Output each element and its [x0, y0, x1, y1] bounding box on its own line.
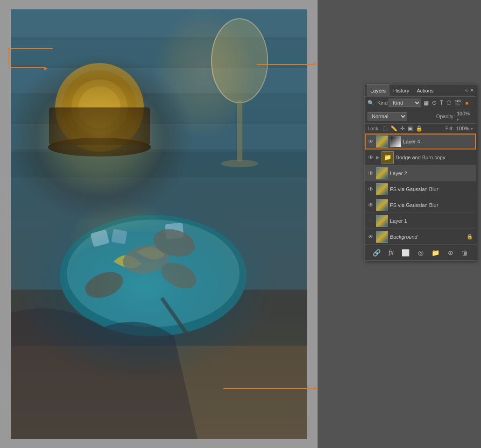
layer-visibility-fs2[interactable]: 👁 — [368, 202, 374, 208]
lock-all-icon[interactable]: 🔒 — [416, 125, 423, 132]
layer-name-layer2: Layer 2 — [390, 171, 473, 176]
svg-rect-20 — [111, 229, 127, 244]
pixel-filter-icon[interactable]: ▦ — [423, 99, 430, 107]
type-filter-icon[interactable]: T — [439, 99, 444, 107]
layer-item-background[interactable]: 👁 Background 🔒 — [365, 229, 476, 245]
arrow-horizontal-2 — [8, 67, 46, 68]
layer-thumb-fs1 — [376, 183, 388, 195]
layer-visibility-layer4[interactable]: 👁 — [368, 138, 374, 145]
canvas-area — [0, 0, 318, 448]
arrow-head-4 — [314, 386, 317, 390]
blend-mode-select[interactable]: Normal — [368, 112, 407, 121]
fill-label: Fill: — [446, 126, 453, 131]
lock-paint-icon[interactable]: ✏️ — [390, 125, 397, 132]
layer-name-layer1: Layer 1 — [390, 218, 473, 224]
adjustment-button[interactable]: ◎ — [417, 248, 425, 257]
tab-history[interactable]: History — [389, 85, 413, 97]
svg-rect-15 — [237, 100, 242, 161]
arrow-vertical-1 — [8, 48, 9, 64]
layer-item-layer2[interactable]: 👁 Layer 2 — [365, 165, 476, 181]
svg-rect-6 — [11, 152, 307, 178]
layer-thumb-bg — [376, 231, 388, 243]
close-panel-button[interactable]: ✕ — [470, 87, 474, 93]
search-icon: 🔍 — [368, 100, 374, 106]
arrow-horizontal-3 — [257, 64, 315, 65]
fill-value: 100% ▾ — [456, 126, 473, 131]
add-mask-button[interactable]: ⬜ — [400, 248, 411, 257]
layer-name-fs1: FS via Gaussian Blur — [390, 186, 473, 192]
panel-header: Layers History Actions « ✕ — [365, 85, 476, 97]
kind-dropdown: Kind Kind — [377, 99, 421, 107]
tab-layers[interactable]: Layers — [367, 85, 389, 97]
svg-rect-13 — [49, 107, 150, 145]
layer-visibility-fs1[interactable]: 👁 — [368, 186, 374, 192]
lock-row: Lock: ⬚ ✏️ ✛ ▣ 🔒 Fill: 100% ▾ — [365, 124, 476, 134]
lock-position-icon[interactable]: ✛ — [400, 125, 405, 132]
layer-item-fs-gaussian-1[interactable]: 👁 FS via Gaussian Blur — [365, 181, 476, 197]
panel-bottom-toolbar: 🔗 fx ⬜ ◎ 📁 ⊕ 🗑 — [365, 245, 476, 260]
layer-mask-layer4 — [390, 136, 401, 147]
group-layers-button[interactable]: 📁 — [430, 248, 441, 257]
lock-transparent-icon[interactable]: ⬚ — [382, 125, 388, 132]
layer-thumb-dodge-burn: 📁 — [382, 151, 394, 164]
svg-point-16 — [221, 160, 258, 167]
layer-item-layer1[interactable]: 👁 Layer 1 — [365, 213, 476, 229]
arrow-head-2 — [44, 67, 48, 71]
opacity-label: Opacity: — [436, 114, 455, 119]
layer-item-layer4[interactable]: 👁 Layer 4 — [365, 134, 476, 149]
lock-artboard-icon[interactable]: ▣ — [408, 125, 413, 132]
layer-visibility-layer1[interactable]: 👁 — [368, 218, 374, 224]
arrow-horizontal-4 — [223, 388, 316, 389]
layer-thumb-layer1 — [376, 215, 388, 227]
adjustment-filter-icon[interactable]: ⊙ — [431, 99, 438, 107]
arrow-horizontal-1 — [8, 48, 53, 49]
kind-filter-row: 🔍 Kind Kind ▦ ⊙ T ⬡ 🎬 ● — [365, 97, 476, 109]
link-layers-button[interactable]: 🔗 — [371, 248, 382, 257]
layer-item-fs-gaussian-2[interactable]: 👁 FS via Gaussian Blur — [365, 197, 476, 213]
layer-visibility-dodge-burn[interactable]: 👁 — [368, 154, 374, 161]
layer-visibility-layer2[interactable]: 👁 — [368, 170, 374, 177]
opacity-value: 100% ▾ — [457, 111, 473, 122]
folder-arrow-dodge-burn[interactable]: ▶ — [376, 155, 380, 160]
layer-name-fs2: FS via Gaussian Blur — [390, 202, 473, 208]
kind-label: Kind — [377, 100, 388, 106]
smart-filter-icon[interactable]: 🎬 — [453, 99, 462, 107]
layers-list: 👁 Layer 4 👁 ▶ 📁 Dodge and Burn copy 👁 La… — [365, 134, 476, 245]
fill-chevron[interactable]: ▾ — [471, 127, 473, 131]
panel-header-icons: « ✕ — [465, 87, 474, 93]
blend-opacity-row: Normal Opacity: 100% ▾ — [365, 109, 476, 124]
layers-panel: Layers History Actions « ✕ 🔍 Kind Kind ▦… — [364, 84, 476, 261]
opacity-chevron[interactable]: ▾ — [457, 117, 459, 122]
layer-thumb-layer2 — [376, 167, 388, 179]
collapse-panel-button[interactable]: « — [465, 87, 468, 93]
layer-name-dodge-burn: Dodge and Burn copy — [396, 155, 473, 160]
lock-label: Lock: — [368, 126, 380, 131]
layer-thumb-fs2 — [376, 199, 388, 211]
fx-button[interactable]: fx — [387, 248, 395, 257]
shape-filter-icon[interactable]: ⬡ — [446, 99, 452, 107]
svg-rect-1 — [11, 9, 307, 37]
layer-name-layer4: Layer 4 — [403, 139, 473, 144]
layer-item-dodge-burn[interactable]: 👁 ▶ 📁 Dodge and Burn copy — [365, 149, 476, 165]
layer-thumb-layer4 — [376, 135, 388, 148]
arrow-head-3 — [313, 62, 317, 66]
layer-name-bg: Background — [390, 234, 465, 240]
layer-visibility-bg[interactable]: 👁 — [368, 234, 374, 240]
background-lock-icon: 🔒 — [467, 234, 473, 240]
new-layer-button[interactable]: ⊕ — [446, 248, 455, 257]
svg-point-14 — [212, 19, 268, 103]
filter-active-icon: ● — [465, 99, 468, 107]
kind-select[interactable]: Kind — [389, 99, 421, 107]
tab-actions[interactable]: Actions — [413, 85, 437, 97]
delete-layer-button[interactable]: 🗑 — [460, 248, 469, 257]
canvas-image — [11, 9, 307, 439]
